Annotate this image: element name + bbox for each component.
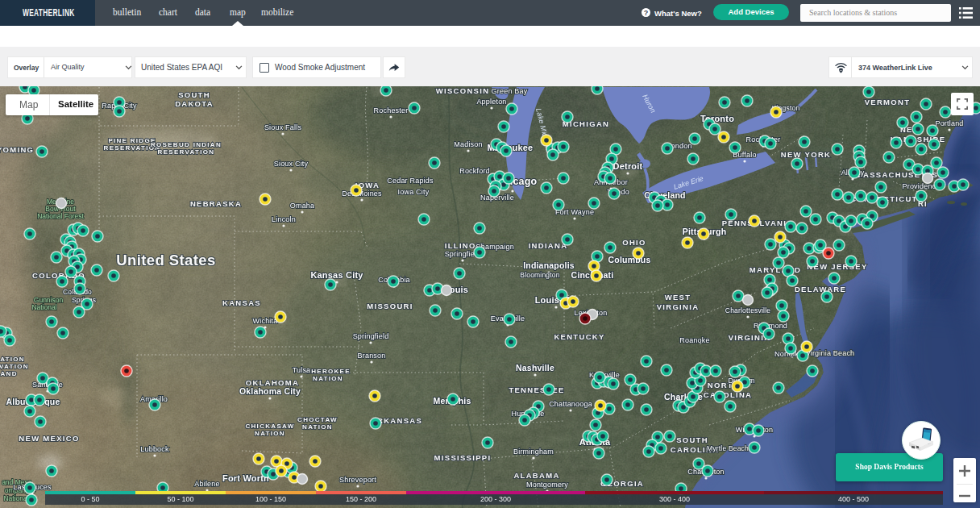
svg-text:RVATION: RVATION [0, 363, 29, 370]
svg-text:CHOCTAW: CHOCTAW [297, 416, 338, 423]
svg-text:Nashville: Nashville [516, 363, 554, 373]
svg-text:National: National [3, 494, 28, 502]
svg-text:Sioux City: Sioux City [274, 160, 309, 168]
svg-text:Bloomington: Bloomington [520, 271, 560, 279]
svg-text:SOUTH: SOUTH [178, 90, 210, 99]
svg-text:MISSOURI: MISSOURI [367, 302, 413, 310]
svg-text:Detroit: Detroit [613, 161, 643, 171]
svg-text:SOUTH: SOUTH [676, 435, 708, 444]
svg-text:Madison: Madison [454, 140, 482, 148]
svg-text:PINE RIDGE: PINE RIDGE [108, 137, 156, 144]
svg-text:TENNESSEE: TENNESSEE [509, 385, 564, 394]
svg-text:Tulsa: Tulsa [293, 366, 311, 374]
svg-text:Wichita: Wichita [253, 317, 278, 325]
svg-text:CAROLINA: CAROLINA [704, 390, 753, 399]
svg-text:Cedar Rapids: Cedar Rapids [387, 177, 434, 185]
svg-text:Columbus: Columbus [608, 255, 651, 264]
svg-text:Shreveport: Shreveport [339, 476, 376, 484]
svg-text:Virginia Beach: Virginia Beach [806, 349, 855, 357]
svg-text:CHEROKEE: CHEROKEE [305, 368, 351, 375]
svg-text:NATION: NATION [313, 375, 343, 382]
svg-text:ROSEBUD INDIAN: ROSEBUD INDIAN [151, 141, 222, 148]
svg-text:Roanoke: Roanoke [679, 336, 709, 344]
svg-text:DAKOTA: DAKOTA [175, 99, 214, 108]
svg-text:Birmingham: Birmingham [513, 448, 554, 456]
svg-text:Lincoln: Lincoln [272, 215, 296, 223]
svg-text:National: National [31, 303, 56, 311]
svg-text:KANSAS: KANSAS [222, 298, 261, 307]
svg-text:NEW MEXICO: NEW MEXICO [19, 434, 79, 443]
svg-text:NATION: NATION [255, 430, 285, 437]
svg-text:MISSISSIPPI: MISSISSIPPI [434, 453, 492, 462]
svg-text:Sioux Falls: Sioux Falls [264, 123, 302, 131]
svg-text:VERMONT: VERMONT [865, 98, 911, 106]
svg-text:CHICKASAW: CHICKASAW [245, 423, 294, 430]
svg-text:OHIO: OHIO [622, 238, 646, 247]
svg-text:INDIANA: INDIANA [529, 241, 568, 250]
svg-text:NEBRASKA: NEBRASKA [190, 199, 242, 208]
svg-text:ALABAMA: ALABAMA [513, 471, 559, 480]
svg-text:Charlottesville: Charlottesville [725, 306, 770, 314]
svg-text:Indianapolis: Indianapolis [523, 260, 575, 270]
svg-text:NATION: NATION [302, 423, 333, 431]
svg-text:Branson: Branson [358, 352, 386, 360]
svg-text:National Forest: National Forest [37, 212, 84, 220]
svg-text:United States: United States [116, 252, 215, 269]
svg-text:Montgomery: Montgomery [526, 481, 568, 489]
svg-text:DELAWARE: DELAWARE [795, 285, 846, 294]
svg-text:Omaha: Omaha [290, 202, 315, 210]
svg-text:KENTUCKY: KENTUCKY [554, 332, 604, 341]
svg-text:Portland: Portland [935, 119, 963, 127]
svg-text:WEST: WEST [665, 293, 691, 302]
svg-text:Abilene: Abilene [194, 480, 219, 488]
svg-text:RESERVATION: RESERVATION [158, 148, 215, 156]
svg-text:VIRGINIA: VIRGINIA [657, 302, 700, 311]
svg-text:NATION: NATION [0, 356, 25, 363]
svg-text:Green Bay: Green Bay [492, 87, 528, 95]
svg-text:NEW YORK: NEW YORK [781, 150, 831, 159]
svg-text:Iowa City: Iowa City [398, 188, 430, 196]
svg-text:Oklahoma City: Oklahoma City [239, 386, 301, 396]
svg-text:Appleton: Appleton [476, 98, 506, 106]
svg-text:Rochester: Rochester [374, 106, 409, 115]
svg-text:Lubbock: Lubbock [140, 445, 169, 453]
svg-text:WISCONSIN: WISCONSIN [436, 86, 490, 95]
svg-text:Rockford: Rockford [459, 167, 490, 175]
svg-text:Chattanooga: Chattanooga [549, 400, 592, 408]
svg-text:Kansas City: Kansas City [310, 270, 363, 280]
svg-text:WYOMING: WYOMING [0, 145, 34, 154]
svg-text:LAND: LAND [0, 370, 18, 377]
svg-text:Springfield: Springfield [353, 332, 389, 340]
svg-text:Myrtle Beach: Myrtle Beach [707, 444, 749, 452]
